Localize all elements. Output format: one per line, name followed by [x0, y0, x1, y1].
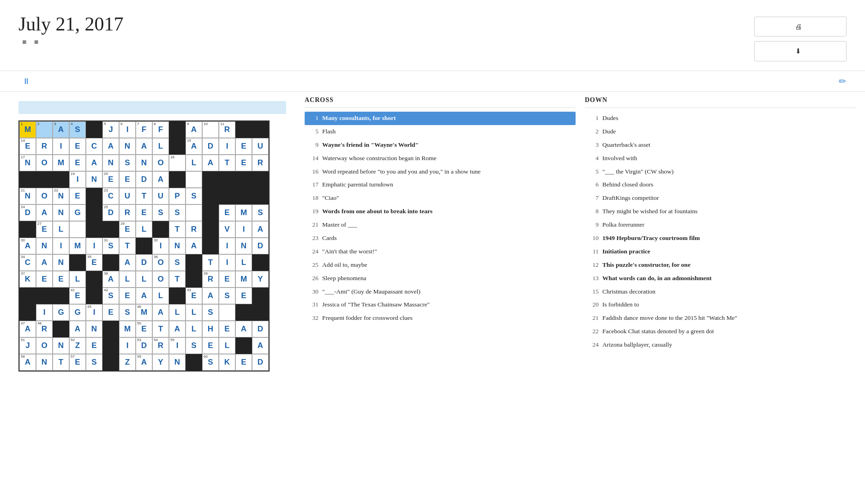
- grid-cell[interactable]: S: [252, 204, 269, 221]
- grid-cell[interactable]: E: [119, 288, 136, 304]
- grid-cell[interactable]: 9A: [186, 121, 202, 138]
- grid-cell[interactable]: L: [136, 271, 152, 288]
- grid-cell[interactable]: [186, 204, 202, 221]
- grid-cell[interactable]: O: [36, 337, 53, 354]
- clue-item[interactable]: 26Sleep phenomena: [305, 272, 576, 285]
- grid-cell[interactable]: A: [152, 304, 169, 321]
- clear-button[interactable]: [783, 79, 791, 83]
- grid-cell[interactable]: M: [53, 155, 69, 171]
- grid-cell[interactable]: A: [252, 221, 269, 238]
- grid-cell[interactable]: 59A: [136, 354, 152, 371]
- clue-item[interactable]: 1Dudes: [585, 112, 856, 125]
- clue-item[interactable]: 6Behind closed doors: [585, 178, 856, 192]
- grid-cell[interactable]: 50E: [136, 321, 152, 337]
- grid-cell[interactable]: N: [86, 171, 102, 188]
- grid-cell[interactable]: [19, 304, 36, 321]
- grid-cell[interactable]: T: [136, 188, 152, 204]
- grid-cell[interactable]: A: [136, 288, 152, 304]
- grid-cell[interactable]: G: [53, 304, 69, 321]
- grid-cell[interactable]: [252, 188, 269, 204]
- grid-cell[interactable]: T: [53, 354, 69, 371]
- grid-cell[interactable]: E: [235, 138, 252, 155]
- grid-cell[interactable]: 21N: [19, 188, 36, 204]
- grid-cell[interactable]: 54R: [152, 337, 169, 354]
- grid-cell[interactable]: 47A: [19, 321, 36, 337]
- grid-cell[interactable]: 27E: [36, 221, 53, 238]
- grid-cell[interactable]: O: [152, 155, 169, 171]
- grid-cell[interactable]: G: [69, 304, 86, 321]
- grid-cell[interactable]: 8F: [152, 121, 169, 138]
- grid-cell[interactable]: L: [152, 138, 169, 155]
- grid-cell[interactable]: [169, 138, 186, 155]
- grid-cell[interactable]: A: [136, 138, 152, 155]
- grid-cell[interactable]: M: [235, 271, 252, 288]
- reveal-button[interactable]: [802, 79, 809, 83]
- grid-cell[interactable]: U: [252, 138, 269, 155]
- grid-cell[interactable]: O: [152, 271, 169, 288]
- grid-cell[interactable]: 10: [202, 121, 219, 138]
- grid-cell[interactable]: R: [119, 204, 136, 221]
- grid-cell[interactable]: [86, 288, 102, 304]
- grid-cell[interactable]: A: [69, 321, 86, 337]
- grid-cell[interactable]: R: [252, 155, 269, 171]
- grid-cell[interactable]: [235, 188, 252, 204]
- grid-cell[interactable]: 37K: [19, 271, 36, 288]
- grid-cell[interactable]: 25D: [102, 204, 119, 221]
- grid-cell[interactable]: L: [169, 304, 186, 321]
- grid-cell[interactable]: E: [53, 271, 69, 288]
- grid-cell[interactable]: [202, 204, 219, 221]
- clue-item[interactable]: 9Wayne's friend in "Wayne's World": [305, 138, 576, 152]
- grid-cell[interactable]: 57E: [69, 354, 86, 371]
- clue-item[interactable]: 5Flash: [305, 125, 576, 138]
- grid-cell[interactable]: N: [53, 337, 69, 354]
- grid-cell[interactable]: [69, 221, 86, 238]
- grid-cell[interactable]: N: [86, 321, 102, 337]
- grid-cell[interactable]: E: [219, 271, 235, 288]
- grid-cell[interactable]: [86, 271, 102, 288]
- grid-cell[interactable]: N: [102, 155, 119, 171]
- grid-cell[interactable]: E: [235, 155, 252, 171]
- grid-cell[interactable]: I: [235, 221, 252, 238]
- clue-item[interactable]: 18"Ciao": [305, 192, 576, 205]
- grid-cell[interactable]: E: [219, 321, 235, 337]
- grid-cell[interactable]: [102, 337, 119, 354]
- grid-cell[interactable]: T: [202, 254, 219, 271]
- grid-cell[interactable]: N: [53, 204, 69, 221]
- grid-cell[interactable]: E: [36, 271, 53, 288]
- grid-cell[interactable]: N: [36, 354, 53, 371]
- clue-item[interactable]: 7DraftKings competitor: [585, 192, 856, 205]
- grid-cell[interactable]: L: [152, 288, 169, 304]
- grid-cell[interactable]: 31S: [102, 238, 119, 254]
- grid-cell[interactable]: 41E: [69, 288, 86, 304]
- grid-cell[interactable]: [252, 171, 269, 188]
- grid-cell[interactable]: [169, 171, 186, 188]
- grid-cell[interactable]: S: [202, 304, 219, 321]
- grid-cell[interactable]: [86, 204, 102, 221]
- grid-cell[interactable]: E: [136, 204, 152, 221]
- clue-item[interactable]: 16Word repeated before "to you and you a…: [305, 165, 576, 179]
- grid-cell[interactable]: O: [36, 155, 53, 171]
- print-button[interactable]: 🖨: [754, 17, 847, 36]
- grid-cell[interactable]: I: [219, 138, 235, 155]
- grid-cell[interactable]: [102, 321, 119, 337]
- grid-cell[interactable]: 2: [36, 121, 53, 138]
- grid-cell[interactable]: [86, 188, 102, 204]
- clue-item[interactable]: 15Christmas decoration: [585, 285, 856, 299]
- grid-cell[interactable]: K: [219, 354, 235, 371]
- grid-cell[interactable]: [186, 254, 202, 271]
- grid-cell[interactable]: A: [186, 238, 202, 254]
- grid-cell[interactable]: N: [136, 155, 152, 171]
- clue-item[interactable]: 24"Ain't that the worst!": [305, 245, 576, 258]
- grid-cell[interactable]: L: [119, 271, 136, 288]
- grid-cell[interactable]: [36, 288, 53, 304]
- grid-cell[interactable]: D: [136, 254, 152, 271]
- grid-cell[interactable]: 35E: [86, 254, 102, 271]
- grid-cell[interactable]: E: [235, 288, 252, 304]
- clue-item[interactable]: 20Is forbidden to: [585, 298, 856, 312]
- grid-cell[interactable]: 38A: [102, 271, 119, 288]
- grid-cell[interactable]: 52Z: [69, 337, 86, 354]
- grid-cell[interactable]: L: [235, 254, 252, 271]
- grid-cell[interactable]: N: [53, 254, 69, 271]
- grid-cell[interactable]: [36, 171, 53, 188]
- grid-cell[interactable]: 14E: [19, 138, 36, 155]
